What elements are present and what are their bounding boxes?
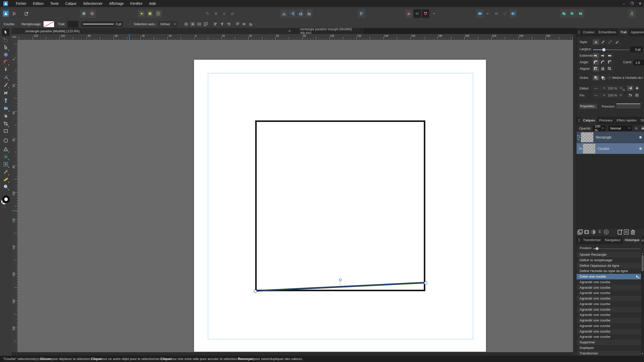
export-persona-icon[interactable] bbox=[23, 9, 30, 18]
history-item[interactable]: Agrandir une courbe bbox=[577, 334, 641, 340]
history-position-slider[interactable] bbox=[593, 248, 640, 249]
rotate-cw-icon[interactable] bbox=[305, 9, 313, 18]
layer-row-courbe[interactable]: Courbe bbox=[577, 143, 644, 154]
end-scale-dropdown[interactable]: 100 % bbox=[606, 92, 623, 98]
stroke-swatch[interactable] bbox=[67, 21, 79, 27]
move-tool[interactable] bbox=[2, 28, 10, 36]
align-top-icon[interactable] bbox=[234, 21, 241, 27]
snap-move-icon[interactable] bbox=[405, 9, 413, 18]
selection-box-dense-icon[interactable] bbox=[146, 9, 154, 18]
cap-round-button[interactable] bbox=[600, 53, 606, 58]
add-layer-icon[interactable] bbox=[617, 229, 623, 235]
duplicate-layers-icon[interactable] bbox=[577, 229, 583, 235]
snapping-options-chevron[interactable] bbox=[430, 9, 438, 18]
layers-tab-pinceaux[interactable]: Pinceaux bbox=[597, 117, 615, 124]
layers-tab-effets-rapides[interactable]: Effets rapides bbox=[615, 117, 638, 124]
insert-behind-icon[interactable] bbox=[560, 9, 568, 18]
document-tab-1[interactable]: zentangle paradox [Modifié] (123.9%)✕ bbox=[12, 28, 293, 34]
stroke-width-slider-knob[interactable] bbox=[602, 48, 605, 51]
align-left-icon[interactable] bbox=[212, 21, 219, 27]
scale-with-object-checkbox[interactable]: ✓ bbox=[608, 76, 612, 80]
menu-aide[interactable]: Aide bbox=[146, 0, 159, 7]
delete-layer-icon[interactable] bbox=[630, 229, 636, 235]
ruler-unit-box[interactable]: mm bbox=[12, 34, 17, 40]
node-tool[interactable] bbox=[2, 44, 10, 51]
alignment-icon[interactable] bbox=[358, 9, 365, 18]
stroke-tab-trait[interactable]: Trait bbox=[618, 28, 629, 36]
history-item[interactable]: Agrandir une courbe bbox=[577, 323, 641, 329]
stroke-tab-couleur[interactable]: Couleur bbox=[581, 28, 597, 36]
blend-mode-dropdown[interactable]: Normal bbox=[608, 125, 632, 131]
arrow-to-end-button[interactable] bbox=[627, 85, 633, 91]
history-item[interactable]: Agrandir une courbe bbox=[577, 290, 641, 296]
cap-square-button[interactable] bbox=[607, 53, 613, 58]
history-item[interactable]: Dupliquer bbox=[577, 345, 641, 351]
start-style-dropdown[interactable]: — bbox=[593, 85, 607, 91]
curve-midpoint-handle[interactable] bbox=[339, 278, 342, 281]
account-person-icon[interactable] bbox=[628, 9, 636, 18]
layer-settings-gear-icon[interactable]: ⚙ bbox=[635, 126, 638, 130]
vertical-scrollbar[interactable] bbox=[573, 34, 576, 352]
stroke-align-outside-button[interactable] bbox=[607, 66, 613, 72]
pen-tool[interactable] bbox=[2, 66, 10, 73]
layer-visibility-dot[interactable] bbox=[639, 136, 642, 139]
start-scale-dropdown[interactable]: 100 % bbox=[606, 85, 623, 91]
fill-swatch[interactable] bbox=[43, 21, 54, 27]
selection-box-icon[interactable] bbox=[138, 9, 145, 18]
close-button[interactable]: ✕ bbox=[636, 0, 644, 7]
layer-row-rectangle[interactable]: Rectangle bbox=[577, 132, 644, 143]
scroll-up-icon[interactable]: ▲ bbox=[641, 252, 644, 255]
align-right-icon[interactable] bbox=[225, 21, 232, 27]
end-style-dropdown[interactable]: — bbox=[593, 92, 607, 98]
corner-tool[interactable] bbox=[2, 58, 10, 66]
snap-candidates-icon[interactable] bbox=[413, 9, 421, 18]
gear-red-icon[interactable]: ⚙ bbox=[88, 9, 96, 18]
pressure-profile[interactable] bbox=[616, 104, 640, 109]
align-middle-icon[interactable] bbox=[241, 21, 247, 27]
artboard-tool[interactable] bbox=[2, 37, 10, 44]
snapping-magnet-icon[interactable] bbox=[422, 9, 429, 18]
point-transform-tool[interactable] bbox=[2, 51, 10, 58]
history-item[interactable]: Ajouter Rectangle bbox=[577, 252, 641, 257]
scroll-down-icon[interactable]: ▼ bbox=[641, 352, 644, 355]
tab-close-icon[interactable]: ✕ bbox=[288, 29, 291, 33]
history-item[interactable]: Définir l'épaisseur de ligne bbox=[577, 263, 641, 269]
history-item[interactable]: Définir le remplissage bbox=[577, 257, 641, 263]
stroke-tab-apparence[interactable]: Apparence bbox=[629, 28, 644, 36]
layer-name[interactable]: Rectangle bbox=[596, 135, 612, 139]
restore-button[interactable]: ❐ bbox=[628, 0, 636, 7]
join-round-button[interactable] bbox=[593, 59, 599, 65]
history-item[interactable]: Agrandir une courbe bbox=[577, 301, 641, 307]
boolean-combine-icon[interactable] bbox=[509, 9, 517, 18]
selection-cycle-icon[interactable] bbox=[155, 9, 162, 18]
layers-empty-area[interactable] bbox=[577, 154, 644, 228]
join-miter-button[interactable] bbox=[607, 59, 613, 65]
fill-stroke-selector[interactable]: ⌄ bbox=[1, 195, 11, 206]
rotate-ccw-icon[interactable] bbox=[297, 9, 305, 18]
history-item[interactable]: Agrandir une courbe bbox=[577, 329, 641, 334]
pixel-persona-icon[interactable] bbox=[10, 9, 18, 18]
menu-texte[interactable]: Texte bbox=[47, 0, 62, 7]
stroke-align-center-button[interactable] bbox=[593, 66, 599, 72]
menu-fichier[interactable]: Fichier bbox=[13, 0, 30, 7]
history-item[interactable]: Supprimer bbox=[577, 340, 641, 345]
horizontal-scrollbar[interactable] bbox=[12, 352, 573, 356]
zoom-tool[interactable] bbox=[2, 183, 10, 191]
history-tab-transformer[interactable]: Transformer bbox=[581, 236, 603, 244]
shape-builder-tool[interactable] bbox=[2, 153, 10, 160]
app-logo-icon[interactable] bbox=[3, 1, 8, 6]
style-picker-tool[interactable] bbox=[2, 112, 10, 120]
layers-tab-styles[interactable]: Styles bbox=[638, 117, 644, 124]
ellipse-tool[interactable] bbox=[2, 137, 10, 144]
cap-butt-button[interactable] bbox=[593, 53, 599, 58]
layer-expand-icon[interactable] bbox=[577, 132, 581, 143]
insert-on-top-icon[interactable] bbox=[577, 9, 584, 18]
history-item[interactable]: Agrandir une courbe bbox=[577, 285, 641, 290]
layer-name[interactable]: Courbe bbox=[598, 147, 609, 151]
layer-visibility-dot[interactable] bbox=[639, 147, 642, 150]
stroke-dash-button[interactable] bbox=[607, 39, 613, 45]
measure-tool[interactable] bbox=[2, 176, 10, 183]
history-tab-historique[interactable]: Historique bbox=[623, 236, 641, 244]
history-item[interactable]: Agrandir une courbe bbox=[577, 279, 641, 285]
history-position-knob[interactable] bbox=[596, 247, 598, 250]
